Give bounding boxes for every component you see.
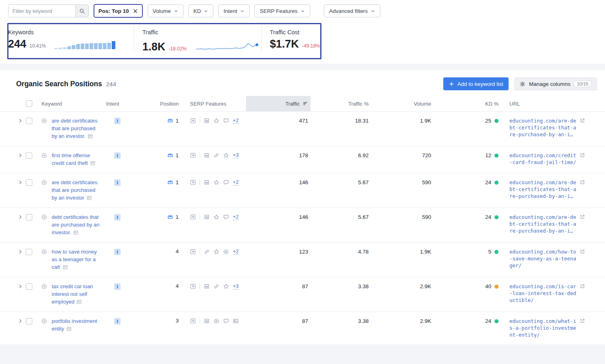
serp-features-filter-dropdown[interactable]: SERP Features	[255, 4, 310, 17]
add-keyword-icon[interactable]	[41, 152, 47, 158]
link-icon[interactable]	[213, 283, 219, 289]
keyword-link[interactable]: tax credit car loan interest not self em…	[52, 283, 93, 305]
serp-snippet-icon[interactable]	[90, 160, 96, 166]
expand-row-chevron-icon[interactable]	[18, 153, 23, 158]
serp-snippet-icon[interactable]	[86, 195, 92, 201]
serp-snippet-icon[interactable]	[88, 133, 93, 139]
serp-snippet-icon[interactable]	[73, 230, 79, 235]
serp-preview-icon[interactable]	[190, 283, 196, 289]
position-filter-chip[interactable]: Pos: Top 10	[94, 4, 143, 18]
kd-filter-dropdown[interactable]: KD	[188, 4, 214, 17]
external-link-icon[interactable]	[580, 118, 585, 123]
image-icon[interactable]	[233, 318, 239, 324]
row-checkbox[interactable]	[26, 249, 32, 255]
external-link-icon[interactable]	[580, 179, 585, 185]
url-link[interactable]: educounting.com/are-debt-certificates-th…	[509, 179, 577, 200]
url-link[interactable]: educounting.com/are-debt-certificates-th…	[509, 214, 577, 234]
column-header-intent[interactable]: Intent	[102, 96, 127, 111]
expand-row-chevron-icon[interactable]	[18, 284, 23, 289]
faq-icon[interactable]	[223, 318, 229, 324]
serp-preview-icon[interactable]	[190, 249, 196, 255]
expand-row-chevron-icon[interactable]	[18, 118, 23, 123]
link-icon[interactable]	[204, 249, 210, 255]
advanced-filters-dropdown[interactable]: Advanced filters	[324, 4, 380, 17]
reviews-icon[interactable]	[213, 118, 219, 124]
column-header-traffic[interactable]: Traffic	[246, 96, 311, 111]
serp-more-link[interactable]: +3	[233, 283, 239, 289]
serp-more-link[interactable]: +2	[233, 248, 239, 255]
serp-more-link[interactable]: +2	[233, 179, 239, 185]
faq-icon[interactable]	[223, 214, 229, 220]
manage-columns-button[interactable]: Manage columns 10/15	[514, 77, 597, 90]
column-header-volume[interactable]: Volume	[371, 96, 434, 111]
url-link[interactable]: educounting.com/are-debt-certificates-th…	[509, 117, 577, 138]
row-checkbox[interactable]	[26, 214, 32, 220]
intent-filter-dropdown[interactable]: Intent	[218, 4, 250, 17]
url-link[interactable]: educounting.com/is-car-loan-interest-tax…	[509, 283, 577, 304]
external-link-icon[interactable]	[580, 283, 585, 289]
row-checkbox[interactable]	[26, 179, 32, 186]
serp-preview-icon[interactable]	[190, 318, 196, 324]
serp-more-link[interactable]: +3	[233, 152, 239, 158]
external-link-icon[interactable]	[580, 318, 585, 324]
url-link[interactable]: educounting.com/credit-card-fraud-jail-t…	[509, 152, 577, 166]
sitelinks-icon[interactable]	[204, 179, 210, 185]
video-icon[interactable]	[223, 249, 229, 255]
video-icon[interactable]	[213, 318, 219, 324]
reviews-icon[interactable]	[213, 214, 219, 220]
sitelinks-icon[interactable]	[204, 118, 210, 124]
expand-row-chevron-icon[interactable]	[18, 214, 23, 220]
reviews-icon[interactable]	[223, 283, 229, 289]
faq-icon[interactable]	[223, 118, 229, 124]
sitelinks-icon[interactable]	[204, 214, 210, 220]
row-checkbox[interactable]	[26, 283, 32, 290]
serp-snippet-icon[interactable]	[66, 326, 72, 332]
serp-snippet-icon[interactable]	[76, 299, 82, 305]
add-keyword-icon[interactable]	[41, 283, 47, 289]
row-checkbox[interactable]	[26, 118, 32, 124]
select-all-checkbox[interactable]	[26, 100, 32, 107]
serp-preview-icon[interactable]	[190, 118, 196, 124]
expand-row-chevron-icon[interactable]	[18, 318, 23, 324]
serp-more-link[interactable]: +2	[233, 117, 239, 124]
link-icon[interactable]	[213, 152, 219, 158]
serp-preview-icon[interactable]	[190, 179, 196, 185]
column-header-serp-features[interactable]: SERP Features	[179, 96, 246, 111]
add-keyword-icon[interactable]	[41, 318, 47, 324]
expand-row-chevron-icon[interactable]	[18, 180, 23, 185]
reviews-icon[interactable]	[213, 249, 219, 255]
row-checkbox[interactable]	[26, 318, 32, 324]
keyword-link[interactable]: portfolio investment entity	[52, 318, 97, 332]
sitelinks-icon[interactable]	[204, 318, 210, 324]
search-button[interactable]	[75, 5, 88, 17]
sitelinks-icon[interactable]	[204, 152, 210, 158]
serp-preview-icon[interactable]	[190, 214, 196, 220]
reviews-icon[interactable]	[213, 179, 219, 185]
keyword-filter-input[interactable]	[8, 5, 75, 17]
column-header-url[interactable]: URL	[500, 96, 597, 111]
reviews-icon[interactable]	[223, 152, 229, 158]
external-link-icon[interactable]	[580, 214, 585, 220]
url-link[interactable]: educounting.com/how-to-save-money-as-a-t…	[509, 248, 577, 269]
external-link-icon[interactable]	[580, 152, 585, 158]
row-checkbox[interactable]	[26, 152, 32, 159]
add-to-keyword-list-button[interactable]: Add to keyword list	[443, 77, 509, 90]
faq-icon[interactable]	[223, 179, 229, 185]
column-header-kd[interactable]: KD %	[434, 96, 500, 111]
serp-preview-icon[interactable]	[190, 152, 196, 158]
column-header-keyword[interactable]: Keyword	[38, 96, 102, 111]
column-header-traffic-pct[interactable]: Traffic %	[311, 96, 371, 111]
sitelinks-icon[interactable]	[204, 283, 210, 289]
serp-more-link[interactable]: +2	[233, 214, 239, 220]
keyword-link[interactable]: first time offense credit card theft	[52, 152, 90, 166]
url-link[interactable]: educounting.com/what-is-a-portfolio-inve…	[509, 318, 577, 338]
add-keyword-icon[interactable]	[41, 179, 47, 185]
add-keyword-icon[interactable]	[41, 249, 47, 255]
add-keyword-icon[interactable]	[41, 214, 47, 220]
add-keyword-icon[interactable]	[41, 118, 47, 124]
volume-filter-dropdown[interactable]: Volume	[148, 4, 184, 17]
expand-row-chevron-icon[interactable]	[18, 249, 23, 254]
serp-snippet-icon[interactable]	[63, 264, 68, 270]
keyword-link[interactable]: how to save money as a teenager for a ca…	[52, 249, 97, 270]
external-link-icon[interactable]	[580, 249, 585, 254]
